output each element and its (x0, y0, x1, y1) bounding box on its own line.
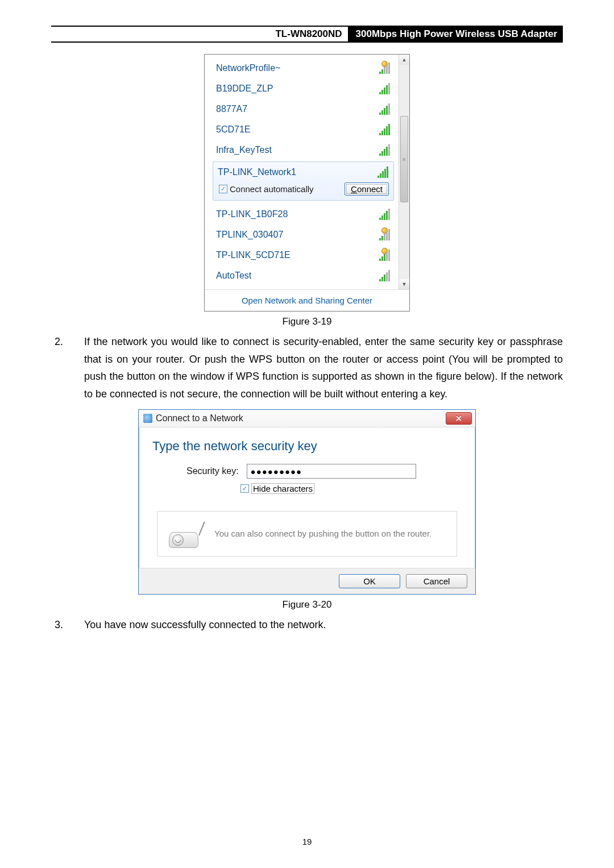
scroll-track[interactable] (399, 65, 409, 279)
signal-icon (379, 270, 393, 281)
network-item[interactable]: B19DDE_ZLP (211, 78, 395, 99)
signal-icon (379, 144, 393, 156)
page-number: 19 (0, 837, 614, 846)
signal-icon (377, 167, 391, 178)
signal-icon (379, 63, 393, 74)
network-item-selected[interactable]: TP-LINK_Network1 ✓ Connect automatically… (213, 161, 394, 201)
ok-button[interactable]: OK (339, 574, 400, 588)
signal-icon (379, 83, 393, 94)
doc-header: TL-WN8200ND 300Mbps High Power Wireless … (51, 26, 563, 43)
figure-caption-1: Figure 3-19 (51, 316, 563, 327)
dialog-icon (143, 414, 152, 423)
product-name: 300Mbps High Power Wireless USB Adapter (348, 26, 563, 42)
flyout-footer: Open Network and Sharing Center (205, 289, 409, 311)
cancel-button[interactable]: Cancel (406, 574, 467, 588)
signal-icon (379, 229, 393, 240)
model-number: TL-WN8200ND (51, 28, 348, 40)
close-icon: ✕ (455, 414, 462, 423)
scrollbar[interactable]: ▲ ▼ (399, 55, 409, 289)
step-2: 2. If the network you would like to conn… (51, 333, 563, 402)
checkbox-icon: ✓ (219, 185, 227, 193)
network-item[interactable]: 8877A7 (211, 99, 395, 119)
step-3: 3. You have now successfully connected t… (51, 616, 563, 634)
checkbox-icon: ✓ (240, 484, 249, 493)
network-item[interactable]: Infra_KeyTest (211, 140, 395, 160)
connect-dialog: Connect to a Network ✕ Type the network … (138, 409, 476, 595)
network-sharing-link[interactable]: Open Network and Sharing Center (242, 296, 372, 305)
scroll-down-button[interactable]: ▼ (399, 279, 409, 289)
security-key-label: Security key: (186, 466, 239, 476)
page: TL-WN8200ND 300Mbps High Power Wireless … (0, 0, 614, 868)
network-item[interactable]: TP-LINK_5CD71E (211, 245, 395, 265)
figure-3-20: Connect to a Network ✕ Type the network … (51, 409, 563, 595)
signal-icon (379, 124, 393, 135)
wifi-flyout: NetworkProfile~ B19DDE_ZLP 8877A7 (204, 54, 410, 312)
connect-automatically-checkbox[interactable]: ✓ Connect automatically (219, 184, 314, 194)
network-item[interactable]: AutoTest (211, 265, 395, 286)
signal-icon (379, 209, 393, 220)
dialog-heading: Type the network security key (152, 439, 462, 454)
network-list: NetworkProfile~ B19DDE_ZLP 8877A7 (205, 55, 399, 289)
hide-characters-checkbox[interactable]: ✓ Hide characters (240, 483, 462, 494)
scroll-up-button[interactable]: ▲ (399, 55, 409, 65)
connect-button[interactable]: Connect (345, 182, 389, 196)
dialog-footer: OK Cancel (139, 568, 475, 594)
network-item[interactable]: NetworkProfile~ (211, 58, 395, 78)
network-item[interactable]: TP-LINK_1B0F28 (211, 204, 395, 225)
wps-text: You can also connect by pushing the butt… (214, 528, 432, 539)
scroll-thumb[interactable] (400, 116, 408, 202)
router-icon (168, 520, 203, 548)
figure-3-19: NetworkProfile~ B19DDE_ZLP 8877A7 (51, 54, 563, 312)
network-item[interactable]: TPLINK_030407 (211, 225, 395, 245)
signal-icon (379, 103, 393, 115)
dialog-title-bar: Connect to a Network ✕ (139, 410, 475, 427)
figure-caption-2: Figure 3-20 (51, 599, 563, 610)
dialog-title: Connect to a Network (156, 413, 243, 423)
wps-info-box: You can also connect by pushing the butt… (157, 511, 457, 556)
signal-icon (379, 250, 393, 261)
network-item[interactable]: 5CD71E (211, 119, 395, 140)
security-key-input[interactable]: ●●●●●●●●● (247, 464, 416, 479)
close-button[interactable]: ✕ (446, 412, 472, 425)
